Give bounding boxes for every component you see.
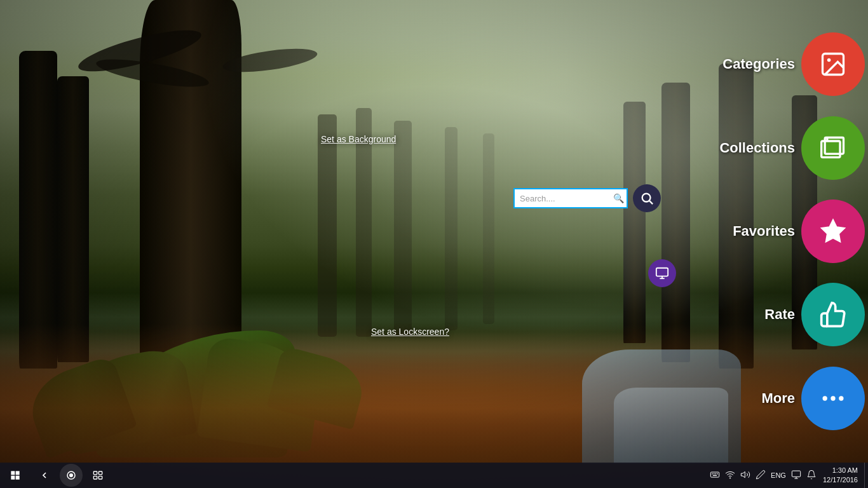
- clock-date: 12/17/2016: [823, 475, 858, 485]
- svg-point-12: [839, 396, 843, 400]
- ui-layer: Set as Background 🔍 Set as Lockscreen? C…: [0, 0, 868, 488]
- categories-button[interactable]: [801, 32, 865, 96]
- nav-item-more: More: [761, 367, 865, 430]
- search-area: 🔍: [513, 184, 661, 212]
- windows-icon: [10, 470, 20, 480]
- thumbsup-icon: [819, 301, 847, 329]
- monitor-button[interactable]: [648, 259, 676, 287]
- svg-rect-20: [98, 471, 102, 475]
- collections-icon: [819, 134, 847, 162]
- network-icon[interactable]: [725, 470, 735, 482]
- task-view-button[interactable]: [84, 463, 112, 488]
- svg-point-11: [831, 396, 835, 400]
- nav-item-favorites: Favorites: [733, 200, 865, 263]
- search-input-wrapper: 🔍: [513, 188, 628, 208]
- notification-icon[interactable]: [806, 470, 817, 482]
- more-icon: [819, 384, 847, 412]
- start-button[interactable]: [0, 463, 31, 488]
- svg-rect-23: [710, 472, 719, 477]
- nav-item-categories: Categories: [722, 32, 865, 96]
- svg-point-0: [642, 194, 651, 202]
- svg-point-6: [827, 58, 831, 62]
- svg-rect-13: [11, 471, 15, 475]
- svg-point-10: [823, 396, 827, 400]
- search-icon: [640, 191, 654, 205]
- cortana-icon: [65, 470, 77, 481]
- svg-rect-2: [656, 268, 668, 276]
- svg-line-1: [649, 201, 653, 204]
- favorites-button[interactable]: [801, 200, 865, 263]
- keyboard-layout-icon[interactable]: ENG: [771, 471, 786, 479]
- set-background-link[interactable]: Set as Background: [321, 134, 396, 144]
- svg-rect-19: [93, 471, 97, 475]
- svg-rect-31: [792, 471, 800, 477]
- show-desktop-button[interactable]: [864, 463, 868, 488]
- svg-point-18: [70, 474, 73, 477]
- collections-button[interactable]: [801, 116, 865, 180]
- nav-item-rate: Rate: [764, 283, 865, 346]
- taskbar: ENG 1:30 AM 12/17/2016: [0, 463, 868, 488]
- more-button[interactable]: [801, 367, 865, 430]
- cortana-button[interactable]: [60, 464, 83, 487]
- pen-icon[interactable]: [756, 470, 766, 482]
- monitor-icon: [655, 266, 669, 280]
- nav-item-collections: Collections: [719, 116, 865, 180]
- search-button[interactable]: [633, 184, 661, 212]
- svg-marker-9: [822, 220, 845, 242]
- search-input[interactable]: [513, 188, 628, 208]
- taskbar-clock[interactable]: 1:30 AM 12/17/2016: [823, 466, 864, 485]
- svg-rect-16: [16, 476, 20, 480]
- clock-time: 1:30 AM: [823, 466, 858, 475]
- categories-label: Categories: [722, 56, 795, 72]
- systray: ENG: [703, 470, 823, 482]
- keyboard-icon[interactable]: [710, 470, 720, 482]
- svg-rect-15: [11, 476, 15, 480]
- svg-marker-30: [741, 471, 745, 477]
- svg-rect-22: [98, 476, 102, 479]
- collections-label: Collections: [719, 140, 795, 156]
- star-icon: [819, 217, 847, 245]
- svg-rect-14: [16, 471, 20, 475]
- svg-point-29: [729, 477, 730, 478]
- search-input-icon: 🔍: [613, 193, 624, 203]
- more-label: More: [761, 390, 795, 407]
- back-button[interactable]: [31, 463, 58, 488]
- svg-rect-21: [93, 476, 97, 479]
- display-icon[interactable]: [791, 470, 801, 482]
- rate-button[interactable]: [801, 283, 865, 346]
- back-icon: [39, 470, 50, 480]
- rate-label: Rate: [764, 306, 795, 323]
- task-view-icon: [93, 470, 103, 480]
- set-lockscreen-link[interactable]: Set as Lockscreen?: [371, 327, 449, 337]
- image-icon: [819, 50, 847, 78]
- favorites-label: Favorites: [733, 223, 795, 240]
- volume-icon[interactable]: [740, 470, 750, 482]
